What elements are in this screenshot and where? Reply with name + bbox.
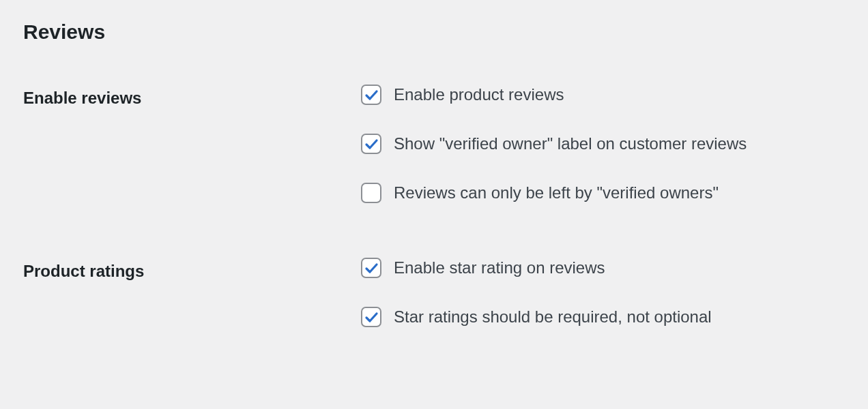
check-icon (363, 87, 379, 103)
option-star-rating-required: Star ratings should be required, not opt… (361, 307, 845, 327)
check-icon (363, 309, 379, 325)
checkbox-verified-owner-label[interactable] (361, 134, 381, 154)
option-enable-product-reviews: Enable product reviews (361, 85, 845, 105)
section-title: Reviews (23, 20, 845, 44)
option-verified-owner-label: Show "verified owner" label on customer … (361, 134, 845, 154)
check-icon (363, 260, 379, 276)
label-verified-owners-only[interactable]: Reviews can only be left by "verified ow… (394, 183, 719, 202)
label-enable-star-rating[interactable]: Enable star rating on reviews (394, 258, 605, 277)
checkbox-enable-star-rating[interactable] (361, 258, 381, 278)
settings-form: Enable reviews Enable product reviews Sh… (23, 85, 845, 327)
label-star-rating-required[interactable]: Star ratings should be required, not opt… (394, 307, 712, 327)
checkbox-enable-product-reviews[interactable] (361, 85, 381, 105)
label-verified-owner-label[interactable]: Show "verified owner" label on customer … (394, 134, 747, 153)
enable-reviews-row: Enable reviews Enable product reviews Sh… (23, 85, 845, 203)
product-ratings-options: Enable star rating on reviews Star ratin… (361, 258, 845, 327)
check-icon (363, 136, 379, 152)
label-enable-product-reviews[interactable]: Enable product reviews (394, 85, 564, 104)
option-enable-star-rating: Enable star rating on reviews (361, 258, 845, 278)
enable-reviews-options: Enable product reviews Show "verified ow… (361, 85, 845, 203)
product-ratings-row: Product ratings Enable star rating on re… (23, 258, 845, 327)
checkbox-verified-owners-only[interactable] (361, 183, 381, 203)
checkbox-star-rating-required[interactable] (361, 307, 381, 327)
enable-reviews-label: Enable reviews (23, 85, 361, 108)
product-ratings-label: Product ratings (23, 258, 361, 281)
option-verified-owners-only: Reviews can only be left by "verified ow… (361, 183, 845, 203)
